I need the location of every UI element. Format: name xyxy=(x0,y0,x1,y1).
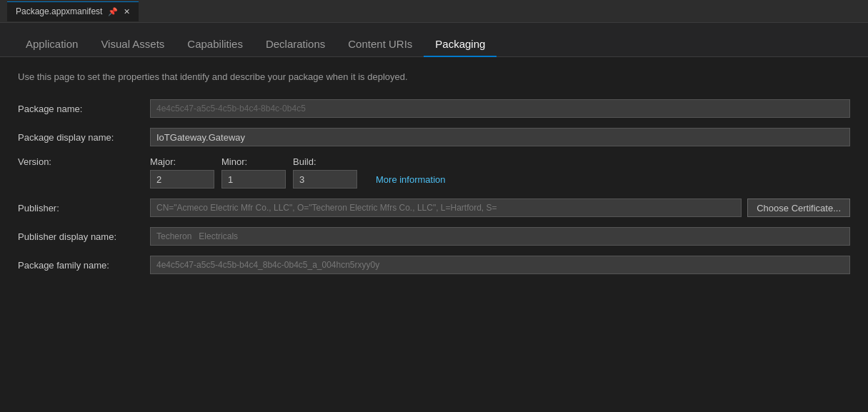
version-section: Version: Major: Minor: Build: More infor… xyxy=(18,156,850,189)
version-label: Version: xyxy=(18,156,51,167)
more-info-link[interactable]: More information xyxy=(376,174,446,185)
package-display-name-label: Package display name: xyxy=(18,132,150,143)
version-inputs: More information xyxy=(150,170,446,189)
publisher-input-area: Choose Certificate... xyxy=(150,199,850,217)
page-description: Use this page to set the properties that… xyxy=(18,71,850,82)
publisher-label: Publisher: xyxy=(18,203,150,213)
publisher-input[interactable] xyxy=(150,199,742,217)
build-input[interactable] xyxy=(293,170,357,189)
minor-input[interactable] xyxy=(221,170,286,189)
tab-application[interactable]: Application xyxy=(14,32,89,57)
tab-capabilities[interactable]: Capabilities xyxy=(176,32,254,57)
publisher-display-name-input[interactable] xyxy=(150,227,850,246)
tab-content-uris[interactable]: Content URIs xyxy=(336,32,424,57)
package-family-name-input[interactable] xyxy=(150,256,850,274)
tab-bar: Application Visual Assets Capabilities D… xyxy=(0,23,868,57)
choose-certificate-button[interactable]: Choose Certificate... xyxy=(747,199,850,217)
build-label: Build: xyxy=(293,156,357,167)
package-name-row: Package name: xyxy=(18,99,850,118)
version-sub-labels: Major: Minor: Build: xyxy=(150,156,357,167)
title-bar: Package.appxmanifest 📌 ✕ xyxy=(0,0,868,23)
package-family-name-label: Package family name: xyxy=(18,260,150,271)
file-tab-label: Package.appxmanifest xyxy=(16,6,102,16)
file-tab[interactable]: Package.appxmanifest 📌 ✕ xyxy=(7,1,139,21)
content-area: Use this page to set the properties that… xyxy=(0,57,868,298)
package-name-input[interactable] xyxy=(150,99,850,118)
package-family-name-row: Package family name: xyxy=(18,256,850,274)
tab-visual-assets[interactable]: Visual Assets xyxy=(89,32,176,57)
package-display-name-input[interactable] xyxy=(150,128,850,146)
pin-icon: 📌 xyxy=(108,7,118,16)
package-display-name-row: Package display name: xyxy=(18,128,850,146)
version-inputs-row: More information xyxy=(18,170,850,189)
publisher-display-name-label: Publisher display name: xyxy=(18,231,150,242)
package-name-label: Package name: xyxy=(18,104,150,114)
publisher-row: Publisher: Choose Certificate... xyxy=(18,199,850,217)
version-label-offset: Version: xyxy=(18,156,150,167)
close-tab-button[interactable]: ✕ xyxy=(124,8,130,16)
major-label: Major: xyxy=(150,156,214,167)
tab-declarations[interactable]: Declarations xyxy=(254,32,336,57)
publisher-display-name-row: Publisher display name: xyxy=(18,227,850,246)
major-input[interactable] xyxy=(150,170,214,189)
minor-label: Minor: xyxy=(221,156,286,167)
tab-packaging[interactable]: Packaging xyxy=(424,32,497,57)
version-labels-row: Version: Major: Minor: Build: xyxy=(18,156,850,167)
